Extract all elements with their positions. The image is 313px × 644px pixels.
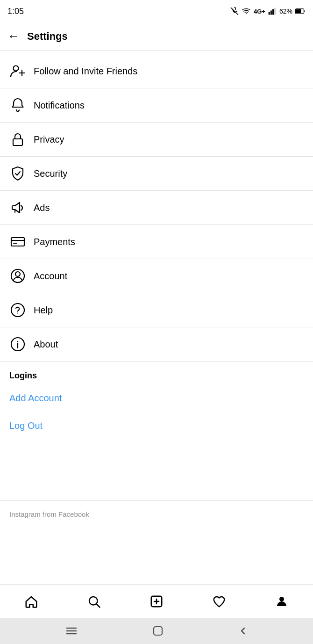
search-icon (87, 594, 101, 608)
privacy-label: Privacy (34, 134, 64, 145)
network-type: 4G+ (254, 8, 265, 15)
settings-item-help[interactable]: Help (0, 293, 313, 327)
payments-label: Payments (34, 237, 75, 247)
svg-point-18 (17, 313, 18, 314)
battery-level: 62% (279, 7, 292, 15)
about-label: About (34, 339, 58, 350)
android-back-button[interactable] (239, 625, 247, 637)
bell-icon (9, 97, 30, 114)
nav-search[interactable] (63, 585, 125, 618)
settings-item-about[interactable]: About (0, 327, 313, 361)
help-icon (9, 302, 30, 318)
shield-icon (9, 165, 30, 182)
settings-item-security[interactable]: Security (0, 157, 313, 190)
settings-item-payments[interactable]: Payments (0, 225, 313, 259)
settings-item-privacy[interactable]: Privacy (0, 123, 313, 156)
signal-icon (268, 7, 277, 15)
profile-icon (275, 594, 289, 608)
mute-icon (230, 7, 239, 15)
account-label: Account (34, 271, 67, 282)
svg-point-17 (11, 304, 24, 317)
page-title: Settings (27, 30, 68, 43)
nav-create[interactable] (125, 585, 188, 618)
create-icon (149, 594, 164, 608)
notifications-label: Notifications (34, 100, 85, 111)
log-out-button[interactable]: Log Out (0, 412, 313, 440)
back-button[interactable]: ← (7, 29, 20, 43)
account-icon (9, 268, 30, 284)
info-icon (9, 336, 30, 353)
settings-list: Follow and Invite Friends Notifications … (0, 51, 313, 500)
footer-text: Instagram from Facebook (0, 500, 313, 528)
svg-point-27 (279, 597, 284, 601)
logins-heading: Logins (0, 362, 313, 384)
svg-rect-3 (270, 11, 272, 15)
recent-apps-button[interactable] (66, 627, 77, 635)
svg-point-1 (246, 13, 247, 14)
android-home-button[interactable] (152, 625, 164, 637)
android-nav-bar (0, 618, 313, 644)
megaphone-icon (9, 199, 30, 216)
svg-rect-31 (154, 627, 162, 635)
follow-label: Follow and Invite Friends (34, 66, 137, 77)
settings-item-notifications[interactable]: Notifications (0, 88, 313, 122)
wifi-icon (242, 7, 251, 15)
ads-label: Ads (34, 203, 50, 213)
card-icon (9, 233, 30, 250)
nav-activity[interactable] (188, 585, 250, 618)
svg-rect-7 (296, 9, 301, 13)
settings-header: ← Settings (0, 22, 313, 51)
svg-rect-11 (13, 139, 22, 145)
svg-point-16 (15, 272, 20, 276)
status-icons: 4G+ 62% (230, 7, 306, 15)
svg-point-21 (17, 341, 18, 342)
lock-icon (9, 131, 30, 148)
follow-icon (9, 63, 30, 80)
heart-icon (212, 594, 226, 608)
svg-rect-12 (11, 238, 24, 246)
security-label: Security (34, 168, 67, 179)
settings-item-follow[interactable]: Follow and Invite Friends (0, 54, 313, 88)
add-account-button[interactable]: Add Account (0, 384, 313, 412)
status-bar: 1:05 4G+ 62% (0, 0, 313, 22)
nav-profile[interactable] (250, 585, 313, 618)
svg-rect-2 (269, 12, 270, 15)
svg-rect-4 (272, 9, 274, 15)
svg-point-8 (14, 66, 19, 71)
home-icon (24, 594, 38, 608)
nav-home[interactable] (0, 585, 63, 618)
status-time: 1:05 (7, 7, 24, 16)
battery-icon (295, 8, 306, 14)
settings-item-account[interactable]: Account (0, 259, 313, 293)
svg-rect-5 (274, 8, 276, 15)
settings-item-ads[interactable]: Ads (0, 191, 313, 224)
bottom-nav (0, 584, 313, 618)
svg-line-23 (97, 604, 100, 607)
help-label: Help (34, 305, 53, 316)
